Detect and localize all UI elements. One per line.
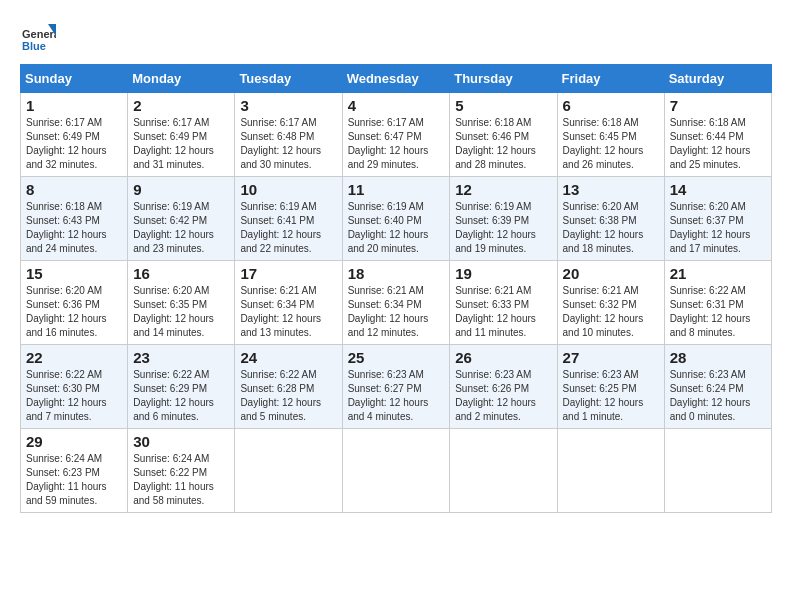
calendar-cell: 7Sunrise: 6:18 AMSunset: 6:44 PMDaylight… [664, 93, 771, 177]
calendar-cell: 22Sunrise: 6:22 AMSunset: 6:30 PMDayligh… [21, 345, 128, 429]
day-info: Sunrise: 6:22 AMSunset: 6:31 PMDaylight:… [670, 285, 751, 338]
day-number: 2 [133, 97, 229, 114]
calendar-header-row: SundayMondayTuesdayWednesdayThursdayFrid… [21, 65, 772, 93]
calendar-cell: 2Sunrise: 6:17 AMSunset: 6:49 PMDaylight… [128, 93, 235, 177]
calendar-cell: 8Sunrise: 6:18 AMSunset: 6:43 PMDaylight… [21, 177, 128, 261]
calendar-cell [235, 429, 342, 513]
day-header-friday: Friday [557, 65, 664, 93]
calendar-week-row: 29Sunrise: 6:24 AMSunset: 6:23 PMDayligh… [21, 429, 772, 513]
calendar-cell: 10Sunrise: 6:19 AMSunset: 6:41 PMDayligh… [235, 177, 342, 261]
day-number: 27 [563, 349, 659, 366]
calendar-cell: 17Sunrise: 6:21 AMSunset: 6:34 PMDayligh… [235, 261, 342, 345]
calendar-cell [342, 429, 450, 513]
day-number: 8 [26, 181, 122, 198]
day-number: 23 [133, 349, 229, 366]
day-info: Sunrise: 6:21 AMSunset: 6:33 PMDaylight:… [455, 285, 536, 338]
day-info: Sunrise: 6:24 AMSunset: 6:22 PMDaylight:… [133, 453, 214, 506]
day-info: Sunrise: 6:22 AMSunset: 6:29 PMDaylight:… [133, 369, 214, 422]
svg-text:General: General [22, 28, 56, 40]
day-info: Sunrise: 6:18 AMSunset: 6:45 PMDaylight:… [563, 117, 644, 170]
svg-text:Blue: Blue [22, 40, 46, 52]
calendar-cell: 9Sunrise: 6:19 AMSunset: 6:42 PMDaylight… [128, 177, 235, 261]
day-number: 21 [670, 265, 766, 282]
calendar-cell: 13Sunrise: 6:20 AMSunset: 6:38 PMDayligh… [557, 177, 664, 261]
day-info: Sunrise: 6:17 AMSunset: 6:47 PMDaylight:… [348, 117, 429, 170]
day-number: 10 [240, 181, 336, 198]
day-number: 26 [455, 349, 551, 366]
logo: General Blue [20, 20, 56, 56]
calendar-cell: 28Sunrise: 6:23 AMSunset: 6:24 PMDayligh… [664, 345, 771, 429]
day-number: 14 [670, 181, 766, 198]
day-info: Sunrise: 6:17 AMSunset: 6:48 PMDaylight:… [240, 117, 321, 170]
calendar-cell: 6Sunrise: 6:18 AMSunset: 6:45 PMDaylight… [557, 93, 664, 177]
day-info: Sunrise: 6:20 AMSunset: 6:36 PMDaylight:… [26, 285, 107, 338]
calendar-cell: 27Sunrise: 6:23 AMSunset: 6:25 PMDayligh… [557, 345, 664, 429]
calendar-cell: 29Sunrise: 6:24 AMSunset: 6:23 PMDayligh… [21, 429, 128, 513]
day-info: Sunrise: 6:22 AMSunset: 6:30 PMDaylight:… [26, 369, 107, 422]
day-info: Sunrise: 6:24 AMSunset: 6:23 PMDaylight:… [26, 453, 107, 506]
day-info: Sunrise: 6:21 AMSunset: 6:34 PMDaylight:… [240, 285, 321, 338]
day-number: 1 [26, 97, 122, 114]
calendar-cell: 4Sunrise: 6:17 AMSunset: 6:47 PMDaylight… [342, 93, 450, 177]
day-info: Sunrise: 6:17 AMSunset: 6:49 PMDaylight:… [133, 117, 214, 170]
day-info: Sunrise: 6:21 AMSunset: 6:34 PMDaylight:… [348, 285, 429, 338]
page-header: General Blue [20, 20, 772, 56]
day-header-thursday: Thursday [450, 65, 557, 93]
day-info: Sunrise: 6:19 AMSunset: 6:39 PMDaylight:… [455, 201, 536, 254]
calendar-cell: 3Sunrise: 6:17 AMSunset: 6:48 PMDaylight… [235, 93, 342, 177]
day-info: Sunrise: 6:23 AMSunset: 6:25 PMDaylight:… [563, 369, 644, 422]
day-header-monday: Monday [128, 65, 235, 93]
day-info: Sunrise: 6:19 AMSunset: 6:42 PMDaylight:… [133, 201, 214, 254]
day-number: 12 [455, 181, 551, 198]
calendar-cell: 12Sunrise: 6:19 AMSunset: 6:39 PMDayligh… [450, 177, 557, 261]
calendar-cell: 25Sunrise: 6:23 AMSunset: 6:27 PMDayligh… [342, 345, 450, 429]
day-info: Sunrise: 6:23 AMSunset: 6:26 PMDaylight:… [455, 369, 536, 422]
calendar-cell: 21Sunrise: 6:22 AMSunset: 6:31 PMDayligh… [664, 261, 771, 345]
day-header-tuesday: Tuesday [235, 65, 342, 93]
day-info: Sunrise: 6:20 AMSunset: 6:35 PMDaylight:… [133, 285, 214, 338]
calendar-cell: 14Sunrise: 6:20 AMSunset: 6:37 PMDayligh… [664, 177, 771, 261]
day-info: Sunrise: 6:18 AMSunset: 6:43 PMDaylight:… [26, 201, 107, 254]
day-info: Sunrise: 6:23 AMSunset: 6:27 PMDaylight:… [348, 369, 429, 422]
day-info: Sunrise: 6:21 AMSunset: 6:32 PMDaylight:… [563, 285, 644, 338]
day-number: 22 [26, 349, 122, 366]
calendar-cell: 19Sunrise: 6:21 AMSunset: 6:33 PMDayligh… [450, 261, 557, 345]
day-number: 30 [133, 433, 229, 450]
day-number: 5 [455, 97, 551, 114]
logo-icon: General Blue [20, 20, 56, 56]
day-header-saturday: Saturday [664, 65, 771, 93]
day-number: 19 [455, 265, 551, 282]
calendar-week-row: 15Sunrise: 6:20 AMSunset: 6:36 PMDayligh… [21, 261, 772, 345]
calendar-cell: 24Sunrise: 6:22 AMSunset: 6:28 PMDayligh… [235, 345, 342, 429]
day-number: 28 [670, 349, 766, 366]
day-number: 7 [670, 97, 766, 114]
day-number: 3 [240, 97, 336, 114]
calendar-cell: 18Sunrise: 6:21 AMSunset: 6:34 PMDayligh… [342, 261, 450, 345]
day-info: Sunrise: 6:23 AMSunset: 6:24 PMDaylight:… [670, 369, 751, 422]
calendar-week-row: 8Sunrise: 6:18 AMSunset: 6:43 PMDaylight… [21, 177, 772, 261]
calendar-cell [664, 429, 771, 513]
day-header-wednesday: Wednesday [342, 65, 450, 93]
calendar-week-row: 1Sunrise: 6:17 AMSunset: 6:49 PMDaylight… [21, 93, 772, 177]
calendar-body: 1Sunrise: 6:17 AMSunset: 6:49 PMDaylight… [21, 93, 772, 513]
calendar-cell: 20Sunrise: 6:21 AMSunset: 6:32 PMDayligh… [557, 261, 664, 345]
day-info: Sunrise: 6:22 AMSunset: 6:28 PMDaylight:… [240, 369, 321, 422]
calendar-cell: 23Sunrise: 6:22 AMSunset: 6:29 PMDayligh… [128, 345, 235, 429]
day-info: Sunrise: 6:19 AMSunset: 6:40 PMDaylight:… [348, 201, 429, 254]
day-info: Sunrise: 6:18 AMSunset: 6:44 PMDaylight:… [670, 117, 751, 170]
day-info: Sunrise: 6:20 AMSunset: 6:37 PMDaylight:… [670, 201, 751, 254]
calendar-cell: 30Sunrise: 6:24 AMSunset: 6:22 PMDayligh… [128, 429, 235, 513]
calendar-week-row: 22Sunrise: 6:22 AMSunset: 6:30 PMDayligh… [21, 345, 772, 429]
day-number: 13 [563, 181, 659, 198]
calendar-cell: 11Sunrise: 6:19 AMSunset: 6:40 PMDayligh… [342, 177, 450, 261]
day-number: 24 [240, 349, 336, 366]
day-number: 4 [348, 97, 445, 114]
day-number: 17 [240, 265, 336, 282]
calendar-cell: 15Sunrise: 6:20 AMSunset: 6:36 PMDayligh… [21, 261, 128, 345]
day-number: 6 [563, 97, 659, 114]
calendar-cell: 5Sunrise: 6:18 AMSunset: 6:46 PMDaylight… [450, 93, 557, 177]
day-info: Sunrise: 6:18 AMSunset: 6:46 PMDaylight:… [455, 117, 536, 170]
day-number: 29 [26, 433, 122, 450]
calendar-table: SundayMondayTuesdayWednesdayThursdayFrid… [20, 64, 772, 513]
calendar-cell [557, 429, 664, 513]
